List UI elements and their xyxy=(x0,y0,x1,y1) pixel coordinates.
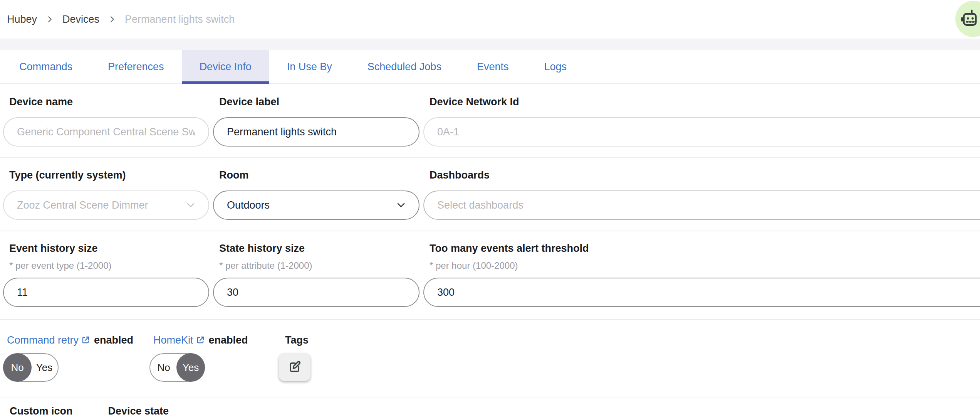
events-alert-threshold-input[interactable] xyxy=(423,278,980,307)
chevron-right-icon xyxy=(45,15,54,24)
chevron-right-icon xyxy=(108,15,116,24)
breadcrumb: Hubey Devices Permanent lights switch xyxy=(0,13,235,25)
breadcrumb-item-current-device: Permanent lights switch xyxy=(125,13,235,25)
room-field: Room Outdoors xyxy=(213,169,420,220)
device-label-label: Device label xyxy=(219,96,420,108)
room-label: Room xyxy=(219,169,420,181)
assistant-avatar[interactable] xyxy=(955,1,980,37)
device-name-input[interactable] xyxy=(3,117,209,147)
command-retry-header: Command retry enabled xyxy=(7,334,149,346)
external-link-icon[interactable] xyxy=(196,335,205,345)
device-state-label: Device state xyxy=(108,405,169,417)
event-history-size-field: Event history size * per event type (1-2… xyxy=(3,242,209,307)
homekit-status: enabled xyxy=(209,334,248,346)
form-row-toggles: Command retry enabled No Yes HomeKit xyxy=(0,320,980,398)
form-row-history: Event history size * per event type (1-2… xyxy=(0,231,980,319)
robot-icon xyxy=(957,8,980,30)
tab-bar: Commands Preferences Device Info In Use … xyxy=(0,50,980,84)
tab-in-use-by[interactable]: In Use By xyxy=(269,50,350,83)
homekit-toggle-no[interactable]: No xyxy=(149,353,178,382)
type-select-value: Zooz Central Scene Dimmer xyxy=(17,199,185,211)
tab-device-info[interactable]: Device Info xyxy=(182,50,269,83)
top-bar: Hubey Devices Permanent lights switch xyxy=(0,0,980,39)
device-label-input[interactable] xyxy=(213,117,420,147)
command-retry-link[interactable]: Command retry xyxy=(7,334,79,346)
homekit-link[interactable]: HomeKit xyxy=(153,334,193,346)
events-alert-threshold-field: Too many events alert threshold * per ho… xyxy=(423,242,980,307)
breadcrumb-item-devices[interactable]: Devices xyxy=(62,13,99,25)
external-link-icon[interactable] xyxy=(81,335,90,345)
tags-label: Tags xyxy=(285,334,310,346)
command-retry-status: enabled xyxy=(94,334,133,346)
event-history-size-label: Event history size xyxy=(9,242,209,255)
event-history-size-hint: * per event type (1-2000) xyxy=(9,260,209,271)
dashboards-label: Dashboards xyxy=(430,169,980,181)
device-network-id-label: Device Network Id xyxy=(430,96,980,108)
tab-scheduled-jobs[interactable]: Scheduled Jobs xyxy=(350,50,459,83)
homekit-toggle-yes[interactable]: Yes xyxy=(176,353,205,382)
type-field: Type (currently system) Zooz Central Sce… xyxy=(3,169,209,220)
dashboards-field: Dashboards xyxy=(423,169,980,220)
room-select-value: Outdoors xyxy=(227,199,395,211)
header-divider-strip xyxy=(0,39,980,50)
tab-events[interactable]: Events xyxy=(459,50,527,83)
device-network-id-field: Device Network Id xyxy=(423,96,980,147)
edit-icon xyxy=(287,360,302,374)
chevron-down-icon xyxy=(185,199,197,211)
command-retry-toggle-yes[interactable]: Yes xyxy=(30,353,59,382)
state-history-size-field: State history size * per attribute (1-20… xyxy=(213,242,420,307)
type-select: Zooz Central Scene Dimmer xyxy=(3,190,209,220)
homekit-toggle[interactable]: No Yes xyxy=(149,353,205,382)
custom-icon-label: Custom icon xyxy=(10,405,73,417)
state-history-size-input[interactable] xyxy=(213,278,420,307)
form-row-type-room: Type (currently system) Zooz Central Sce… xyxy=(0,158,980,231)
events-alert-threshold-hint: * per hour (100-2000) xyxy=(430,260,980,271)
device-name-label: Device name xyxy=(9,96,209,108)
device-info-panel: Device name Device label Device Network … xyxy=(0,84,980,417)
device-label-field: Device label xyxy=(213,96,420,147)
homekit-header: HomeKit enabled xyxy=(153,334,279,346)
tab-commands[interactable]: Commands xyxy=(2,50,90,83)
state-history-size-label: State history size xyxy=(219,242,420,255)
device-name-field: Device name xyxy=(3,96,209,147)
tags-group: Tags xyxy=(279,334,310,398)
tab-logs[interactable]: Logs xyxy=(526,50,584,83)
form-row-partial: Custom icon Device state xyxy=(0,398,980,417)
breadcrumb-item-hubey[interactable]: Hubey xyxy=(7,13,37,25)
command-retry-toggle-no[interactable]: No xyxy=(3,353,32,382)
edit-tags-button[interactable] xyxy=(279,353,310,381)
dashboards-input[interactable] xyxy=(423,190,980,220)
events-alert-threshold-label: Too many events alert threshold xyxy=(430,242,980,255)
homekit-group: HomeKit enabled No Yes xyxy=(149,334,279,398)
type-label: Type (currently system) xyxy=(9,169,209,181)
command-retry-toggle[interactable]: No Yes xyxy=(3,353,59,382)
tab-preferences[interactable]: Preferences xyxy=(90,50,182,83)
event-history-size-input[interactable] xyxy=(3,278,209,307)
state-history-size-hint: * per attribute (1-2000) xyxy=(219,260,420,271)
form-row-names: Device name Device label Device Network … xyxy=(0,84,980,157)
chevron-down-icon xyxy=(395,199,407,211)
room-select[interactable]: Outdoors xyxy=(213,190,420,220)
command-retry-group: Command retry enabled No Yes xyxy=(3,334,149,398)
device-network-id-input xyxy=(423,117,980,147)
